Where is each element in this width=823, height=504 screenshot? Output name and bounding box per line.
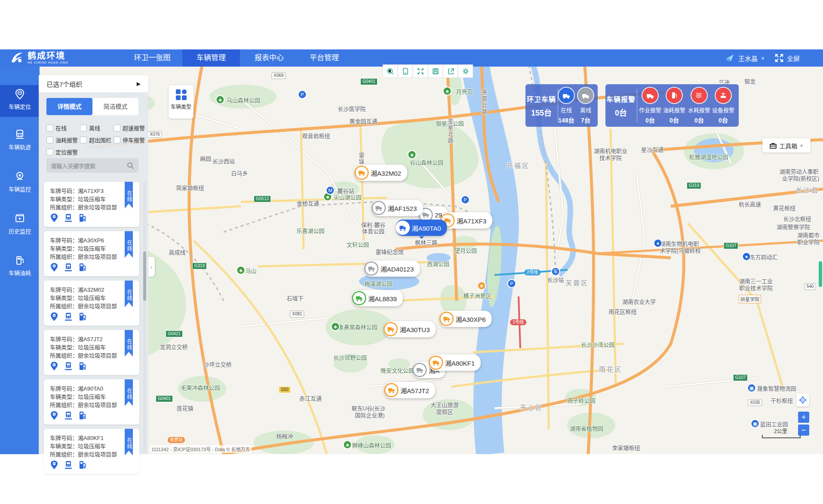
scrollbar-thumb[interactable] (143, 251, 146, 301)
checkbox-icon[interactable] (80, 137, 87, 144)
vehicle-marker-湘A32M02[interactable]: 湘A32M02 (355, 165, 407, 181)
road-badge: X076 (147, 131, 162, 138)
map-toolbar-expand-button[interactable] (413, 64, 428, 78)
vehicle-marker-湘A80KF1[interactable]: 湘A80KF1 (429, 354, 481, 371)
locate-pin-icon[interactable] (50, 361, 58, 371)
locate-pin-icon[interactable] (50, 213, 58, 223)
card-field: 所属组织：厨余垃圾项目部 (50, 450, 117, 458)
nav-tab-2[interactable]: 车辆管理 (182, 49, 240, 67)
video-icon (14, 213, 25, 224)
tab-detail-mode[interactable]: 详情模式 (46, 98, 92, 115)
sidebar-item-1[interactable]: 车辆定位 (0, 85, 40, 117)
nav-tab-3[interactable]: 报表中心 (252, 49, 286, 67)
fullscreen-icon[interactable] (775, 54, 783, 62)
search-input[interactable]: 请输入关键字搜索 (46, 158, 138, 173)
road-badge: G319 (192, 263, 207, 269)
list-scrollbar[interactable] (143, 182, 146, 452)
locate-pin-icon[interactable] (50, 460, 58, 470)
locate-pin-icon[interactable] (50, 411, 58, 420)
track-icon[interactable] (64, 460, 73, 470)
device-icon (716, 88, 731, 103)
filter-checkbox-超速报警[interactable]: 超速报警 (114, 124, 145, 132)
track-icon[interactable] (64, 213, 73, 223)
checkbox-icon[interactable] (46, 125, 53, 131)
vehicle-marker-湘AF1523[interactable]: 湘AF1523 (372, 200, 423, 216)
fuel-icon[interactable] (78, 411, 87, 420)
page-scrollbar-thumb[interactable] (819, 261, 822, 287)
org-selector-header[interactable]: 已选7个组织 ▶ (39, 75, 148, 92)
road-badge: 2号线 (524, 269, 540, 275)
mode-tabs: 详情模式简洁模式 (46, 98, 138, 115)
vehicle-marker-湘A90TA0[interactable]: 湘A90TA0 (396, 220, 447, 236)
chevron-down-icon[interactable]: ∨ (761, 55, 765, 61)
locate-button[interactable] (796, 394, 809, 406)
tab-simple-mode[interactable]: 简洁模式 (92, 98, 138, 115)
map-toolbar-export-button[interactable] (443, 64, 458, 78)
marker-truck-circle (385, 384, 397, 396)
toolbox-button[interactable]: 工具箱 ∨ (762, 138, 811, 153)
truck-icon (432, 360, 439, 366)
sidebar-item-4[interactable]: 历史监控 (0, 210, 40, 241)
track-icon[interactable] (64, 312, 73, 321)
username[interactable]: 王水晶 (738, 54, 758, 63)
card-field: 车辆类型：垃圾压缩车 (50, 343, 106, 351)
vehicle-card-湘A57JT2[interactable]: 车牌号码：湘A57JT2车辆类型：垃圾压缩车所属组织：厨余垃圾项目部在线 (44, 330, 139, 375)
checkbox-icon[interactable] (114, 137, 120, 144)
vehicle-marker-湘A71XF3[interactable]: 湘A71XF3 (441, 212, 492, 229)
checkbox-icon[interactable] (114, 125, 120, 131)
vehicle-type-button[interactable]: 车辆类型 (169, 85, 193, 119)
sidebar-item-3[interactable]: 车辆监控 (0, 168, 40, 199)
map-toolbar-save-button[interactable] (428, 64, 443, 78)
locate-pin-icon[interactable] (50, 263, 58, 272)
track-icon[interactable] (64, 411, 73, 420)
card-field: 车牌号码：湘A32M02 (50, 285, 104, 293)
fuel-icon[interactable] (78, 460, 87, 470)
fuel-icon[interactable] (78, 312, 87, 321)
search-icon[interactable] (127, 162, 134, 169)
filter-checkbox-超出围栏[interactable]: 超出围栏 (80, 136, 111, 144)
fuel-icon[interactable] (78, 361, 87, 371)
filter-checkbox-停车报警[interactable]: 停车报警 (114, 136, 145, 144)
vehicle-marker-湘AL8839[interactable]: 湘AL8839 (352, 290, 403, 306)
map-toolbar-zoom-search-button[interactable] (383, 64, 398, 78)
vehicle-marker-湘A30XP6[interactable]: 湘A30XP6 (439, 311, 491, 327)
track-icon (14, 129, 25, 140)
map-toolbar-screenshot-button[interactable] (398, 64, 413, 78)
filter-checkbox-在线[interactable]: 在线 (46, 124, 67, 132)
vehicle-marker-湘AD40123[interactable]: 湘AD40123 (365, 260, 420, 277)
sidebar-item-5[interactable]: 车辆油耗 (0, 251, 40, 283)
track-icon[interactable] (64, 361, 73, 371)
zoom-out-button[interactable]: − (798, 425, 809, 436)
fullscreen-label[interactable]: 全屏 (787, 54, 800, 63)
zoom-in-button[interactable]: + (798, 412, 809, 423)
marker-plate-label: 湘A30XP6 (455, 315, 485, 324)
vehicle-card-湘A71XF3[interactable]: 车牌号码：湘A71XF3车辆类型：垃圾压缩车所属组织：厨余垃圾项目部在线 (44, 182, 139, 227)
nav-tab-4[interactable]: 平台管理 (307, 49, 341, 67)
checkbox-icon[interactable] (80, 125, 87, 131)
fuel-icon[interactable] (78, 213, 87, 223)
vehicle-card-湘A90TA0[interactable]: 车牌号码：湘A90TA0车辆类型：垃圾压缩车所属组织：厨余垃圾项目部在线 (44, 379, 139, 425)
expand-arrow-icon[interactable]: ▶ (137, 81, 141, 87)
status-badge-online: 在线 (125, 281, 133, 307)
vehicle-card-湘A80KF1[interactable]: 车牌号码：湘A80KF1车辆类型：垃圾压缩车所属组织：厨余垃圾项目部在线 (44, 429, 139, 474)
truck-icon (356, 295, 363, 302)
checkbox-icon[interactable] (46, 137, 53, 144)
sidebar-item-2[interactable]: 车辆轨迹 (0, 125, 40, 157)
fuel-icon[interactable] (78, 263, 87, 272)
vehicle-marker-湘A30TU3[interactable]: 湘A30TU3 (384, 321, 436, 337)
locate-pin-icon[interactable] (50, 312, 58, 321)
filter-checkbox-离线[interactable]: 离线 (80, 124, 100, 132)
filter-checkbox-定位报警[interactable]: 定位报警 (46, 148, 78, 156)
vehicle-card-湘A32M02[interactable]: 车牌号码：湘A32M02车辆类型：垃圾压缩车所属组织：厨余垃圾项目部在线 (44, 281, 139, 326)
vehicle-marker-湘A57JT2[interactable]: 湘A57JT2 (384, 382, 435, 398)
avatar-icon[interactable] (725, 53, 735, 63)
marker-truck-circle (353, 292, 365, 304)
checkbox-icon[interactable] (46, 149, 53, 156)
vehicle-card-湘A30XP6[interactable]: 车牌号码：湘A30XP6车辆类型：垃圾压缩车所属组织：厨余垃圾项目部在线 (44, 231, 139, 276)
nav-tab-1[interactable]: 环卫一张图 (132, 49, 173, 67)
map-toolbar-settings-button[interactable] (458, 64, 473, 78)
filter-checkbox-油耗报警[interactable]: 油耗报警 (46, 136, 78, 144)
track-icon[interactable] (64, 263, 73, 272)
map-scale-label: 2公里 (774, 427, 787, 434)
panel-collapse-handle[interactable]: ‹ (148, 257, 155, 277)
